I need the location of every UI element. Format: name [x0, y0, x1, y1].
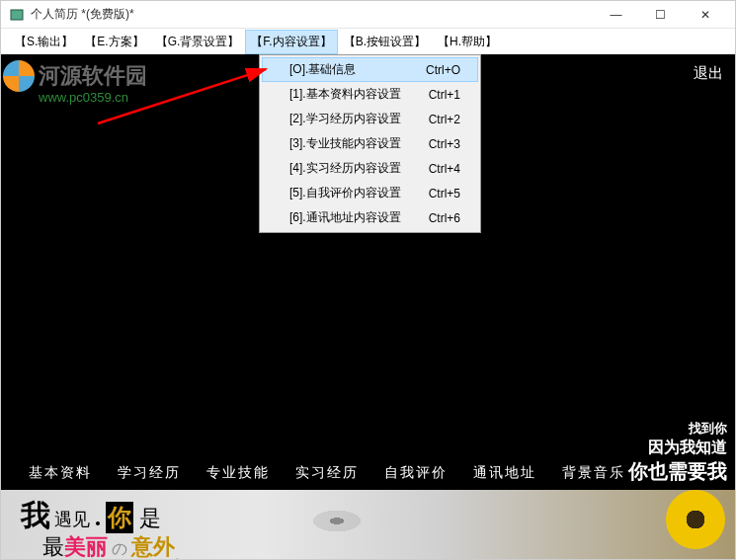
dropdown-shortcut: Ctrl+5	[429, 187, 460, 200]
content-area: 河源软件园 www.pc0359.cn [O].基础信息 Ctrl+O [1].…	[1, 54, 735, 559]
watermark-logo-icon	[3, 60, 35, 92]
dropdown-item-basic-info[interactable]: [O].基础信息 Ctrl+O	[262, 57, 478, 82]
menu-background[interactable]: 【G.背景设置】	[150, 30, 246, 54]
nav-skills[interactable]: 专业技能	[206, 464, 270, 482]
dropdown-shortcut: Ctrl+1	[429, 88, 460, 102]
close-button[interactable]: ✕	[683, 1, 727, 29]
dropdown-shortcut: Ctrl+3	[429, 137, 460, 151]
bottom-nav: 基本资料 学习经历 专业技能 实习经历 自我评价 通讯地址 背景音乐	[1, 458, 735, 488]
menu-help[interactable]: 【H.帮助】	[432, 30, 503, 54]
promo-line2: 因为我知道	[628, 438, 727, 458]
banner-encounter: encounter	[120, 554, 195, 559]
banner-shi: 是	[139, 504, 161, 533]
app-window: 个人简历 *(免费版)* — ☐ ✕ 【S.输出】 【E.方案】 【G.背景设置…	[0, 0, 736, 560]
dropdown-item-intern[interactable]: [4].实习经历内容设置 Ctrl+4	[262, 156, 478, 181]
nav-self-eval[interactable]: 自我评价	[384, 464, 448, 482]
banner-ni: 你	[106, 502, 133, 533]
window-controls: — ☐ ✕	[594, 1, 727, 29]
menu-content[interactable]: 【F.内容设置】	[245, 30, 337, 54]
dropdown-item-study[interactable]: [2].学习经历内容设置 Ctrl+2	[262, 107, 478, 131]
nav-study[interactable]: 学习经历	[118, 464, 181, 482]
dropdown-shortcut: Ctrl+4	[429, 162, 460, 176]
banner-text: 我 遇见 你 是 最 美丽 の 意外 encounter	[21, 496, 195, 559]
nav-contact[interactable]: 通讯地址	[473, 464, 536, 482]
menu-scheme[interactable]: 【E.方案】	[79, 30, 149, 54]
nav-basic-data[interactable]: 基本资料	[29, 464, 92, 482]
promo-line1: 找到你	[628, 420, 727, 438]
minimize-button[interactable]: —	[594, 1, 638, 29]
menubar: 【S.输出】 【E.方案】 【G.背景设置】 【F.内容设置】 【B.按钮设置】…	[1, 29, 735, 54]
banner-wo: 我	[21, 496, 50, 536]
app-icon	[9, 7, 25, 23]
banner: 我 遇见 你 是 最 美丽 の 意外 encounter	[1, 490, 735, 559]
banner-meili: 美丽	[64, 532, 108, 559]
dropdown-shortcut: Ctrl+6	[429, 211, 460, 225]
banner-dot	[96, 521, 100, 525]
dropdown-label: [3].专业技能内容设置	[289, 135, 401, 152]
watermark: 河源软件园 www.pc0359.cn	[3, 60, 147, 105]
dropdown-label: [1].基本资料内容设置	[289, 86, 401, 103]
sunflower-graphic	[626, 490, 735, 559]
banner-yujian: 遇见	[54, 508, 90, 531]
maximize-button[interactable]: ☐	[638, 1, 683, 29]
dropdown-item-contact[interactable]: [6].通讯地址内容设置 Ctrl+6	[262, 205, 478, 230]
menu-output[interactable]: 【S.输出】	[9, 30, 79, 54]
dropdown-label: [6].通讯地址内容设置	[289, 209, 401, 226]
exit-button[interactable]: 退出	[694, 64, 723, 83]
window-title: 个人简历 *(免费版)*	[31, 6, 594, 23]
dropdown-item-self-eval[interactable]: [5].自我评价内容设置 Ctrl+5	[262, 181, 478, 205]
dropdown-shortcut: Ctrl+2	[429, 113, 460, 126]
titlebar: 个人简历 *(免费版)* — ☐ ✕	[1, 1, 735, 29]
menu-buttons[interactable]: 【B.按钮设置】	[338, 30, 432, 54]
dropdown-label: [5].自我评价内容设置	[289, 185, 401, 201]
svg-rect-0	[11, 10, 23, 20]
dropdown-item-basic-data[interactable]: [1].基本资料内容设置 Ctrl+1	[262, 82, 478, 107]
dropdown-item-skills[interactable]: [3].专业技能内容设置 Ctrl+3	[262, 131, 478, 156]
dropdown-shortcut: Ctrl+O	[426, 63, 460, 77]
watermark-text: 河源软件园	[39, 61, 147, 91]
nav-intern[interactable]: 实习经历	[295, 464, 359, 482]
watermark-url: www.pc0359.cn	[39, 90, 147, 105]
dropdown-label: [2].学习经历内容设置	[289, 111, 401, 127]
banner-zui: 最	[42, 532, 64, 559]
banner-eye-graphic	[199, 490, 475, 559]
nav-bgm[interactable]: 背景音乐	[562, 464, 625, 482]
content-settings-dropdown: [O].基础信息 Ctrl+O [1].基本资料内容设置 Ctrl+1 [2].…	[259, 54, 481, 233]
dropdown-label: [O].基础信息	[289, 61, 356, 78]
dropdown-label: [4].实习经历内容设置	[289, 160, 401, 177]
